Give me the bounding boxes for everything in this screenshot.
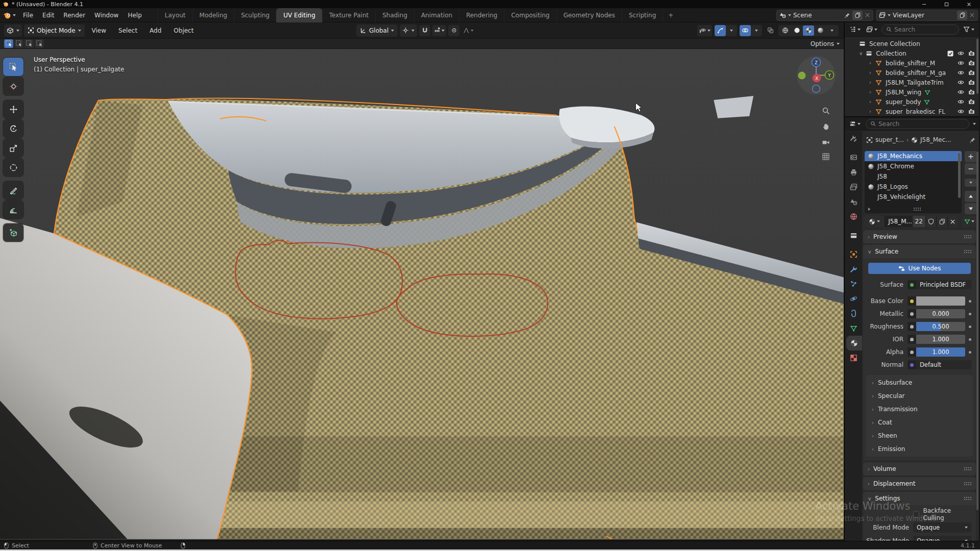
maximize-button[interactable] [935,0,958,8]
viewport-menu-add[interactable]: Add [144,27,166,34]
subpanel-emission[interactable]: ›Emission [866,442,973,456]
collapsed-icon[interactable]: › [869,99,871,105]
panel-volume[interactable]: › Volume [863,462,976,475]
tab-world[interactable] [845,209,862,224]
outliner-search-input[interactable] [894,26,954,33]
tab-view-layer[interactable] [845,180,862,194]
eye-icon[interactable] [958,60,964,66]
outliner-filter-button[interactable] [962,24,976,35]
outliner-row-collection[interactable]: ∨ Collection [845,48,979,58]
tab-object-data[interactable] [845,321,862,336]
tool-move[interactable] [3,100,23,118]
shader-selector[interactable]: Principled BSDF [908,280,971,289]
snap-to-selector[interactable] [432,25,446,36]
outliner-scrollbar[interactable] [976,39,978,94]
editor-type-selector[interactable] [4,24,22,37]
material-slot[interactable]: J58_Logos [865,182,962,192]
new-material-button[interactable] [937,216,948,227]
roughness-slider[interactable]: 0.500 [908,322,965,331]
tab-particles[interactable] [845,277,862,291]
metallic-slider[interactable]: 0.000 [908,309,965,318]
viewport-menu-view[interactable]: View [87,27,111,34]
camera-render-icon[interactable] [968,69,975,76]
material-slot[interactable]: J58_Vehiclelight [865,192,962,202]
viewport-menu-select[interactable]: Select [113,27,142,34]
expand-icon[interactable] [867,207,872,212]
tab-material[interactable] [846,336,862,350]
material-link-selector[interactable] [962,216,977,227]
outliner-row-mesh[interactable]: › J58LM_wing [845,87,979,97]
shading-options-dropdown[interactable] [826,26,838,36]
subpanel-specular[interactable]: ›Specular [866,389,973,403]
collapsed-icon[interactable]: › [869,109,871,114]
overlays-options-dropdown[interactable] [751,25,762,36]
outliner-display-mode-selector[interactable] [848,24,862,35]
move-slot-up-button[interactable] [965,191,977,202]
outliner-row-mesh[interactable]: › super_body [845,97,979,107]
tab-texture[interactable] [845,350,862,365]
material-name-field[interactable]: J58_M... [885,216,913,227]
shading-solid-button[interactable] [791,26,802,36]
tool-transform[interactable] [3,158,23,177]
mode-selector[interactable]: Object Mode [24,24,85,37]
menu-window[interactable]: Window [90,9,123,22]
shading-rendered-button[interactable] [815,26,826,36]
navigation-gizmo[interactable]: Z Y X [796,55,837,96]
animate-dot-icon[interactable] [969,338,971,341]
menu-edit[interactable]: Edit [38,9,59,22]
tool-cursor[interactable] [3,77,23,95]
shading-material-preview-button[interactable] [803,26,814,36]
remove-slot-button[interactable] [965,163,977,174]
transform-orientation-selector[interactable]: Global [356,24,398,37]
tab-constraints[interactable] [845,306,862,321]
tab-rendering[interactable]: Rendering [459,8,504,22]
pivot-point-selector[interactable] [400,24,417,37]
unlink-material-button[interactable] [948,216,958,227]
panel-settings[interactable]: ∨ Settings [863,492,976,505]
toggle-perspective-button[interactable] [819,150,832,163]
camera-render-icon[interactable] [968,98,975,105]
remove-view-layer-icon[interactable] [969,12,975,18]
tab-compositing[interactable]: Compositing [504,8,556,22]
tab-modifiers[interactable] [845,262,862,277]
tab-object[interactable] [845,247,862,262]
material-slot[interactable]: J58_Chrome [865,161,962,171]
select-mode-invert-button[interactable] [35,39,44,48]
collapsed-icon[interactable]: › [869,60,871,66]
slot-list-scrollbar[interactable] [958,153,961,198]
outliner-row-mesh[interactable]: › bolide_shifter_M [845,58,979,68]
normal-selector[interactable]: Default [908,360,971,369]
snap-toggle[interactable] [419,25,430,36]
panel-displacement[interactable]: › Displacement [863,477,976,490]
add-workspace-button[interactable]: + [663,8,678,22]
camera-render-icon[interactable] [968,79,975,86]
gizmo-axis-neg-y[interactable] [798,72,806,80]
backface-culling-checkbox[interactable] [913,511,919,518]
ior-slider[interactable]: 1.000 [908,335,965,344]
tab-modeling[interactable]: Modeling [192,8,234,22]
tab-render[interactable] [845,150,862,165]
animate-dot-icon[interactable] [969,351,971,354]
zoom-view-button[interactable] [819,104,832,117]
pin-icon[interactable] [844,12,850,18]
material-slot[interactable]: J58_Mechanics [865,151,962,161]
shadow-mode-dropdown[interactable]: Opaque [913,536,971,541]
breadcrumb-material[interactable]: J58_Mec... [920,136,951,143]
camera-render-icon[interactable] [968,50,975,57]
pin-icon[interactable] [969,137,976,143]
gizmo-options-dropdown[interactable] [726,25,737,36]
subpanel-sheen[interactable]: ›Sheen [866,429,973,442]
material-slot[interactable]: J58 [865,171,962,182]
breadcrumb-object[interactable]: super_t... [875,136,904,143]
outliner-row-mesh-partial[interactable]: › super_brakedisc_FL [845,107,979,114]
tab-shading[interactable]: Shading [375,8,414,22]
checkbox-checked-icon[interactable] [947,51,953,57]
collapsed-icon[interactable]: › [869,89,871,95]
viewport-canvas[interactable]: User Perspective (1) Collection | super_… [0,49,844,540]
chevron-down-icon[interactable] [973,123,976,125]
eye-icon[interactable] [958,69,964,76]
tab-sculpting[interactable]: Sculpting [234,8,276,22]
gizmo-axis-neg-z[interactable] [813,85,820,93]
tab-geometry-nodes[interactable]: Geometry Nodes [556,8,622,22]
blend-mode-dropdown[interactable]: Opaque [913,522,971,533]
